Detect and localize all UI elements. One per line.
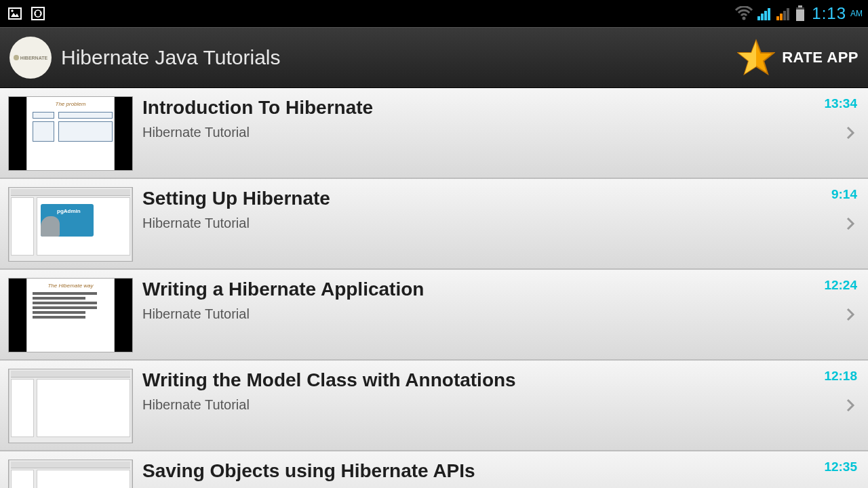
video-thumbnail xyxy=(8,460,133,488)
app-logo-text: HIBERNATE xyxy=(20,56,47,60)
list-item[interactable]: Writing the Model Class with Annotations… xyxy=(0,361,868,451)
video-duration: 12:24 xyxy=(824,278,857,293)
video-duration: 13:34 xyxy=(824,96,857,111)
video-subtitle: Hibernate Tutorial xyxy=(142,216,822,231)
wifi-icon xyxy=(734,4,753,23)
chevron-right-icon xyxy=(844,126,857,140)
gallery-icon xyxy=(5,4,24,23)
video-title: Setting Up Hibernate xyxy=(142,187,822,210)
clock-ampm: AM xyxy=(849,9,863,18)
svg-rect-11 xyxy=(783,11,786,20)
sync-icon xyxy=(28,4,47,23)
clock-time: 1:13 xyxy=(809,4,846,23)
svg-rect-0 xyxy=(9,8,21,19)
app-title: Hibernate Java Tutorials xyxy=(61,46,281,69)
video-title: Writing a Hibernate Application xyxy=(142,278,814,301)
app-logo: HIBERNATE xyxy=(9,37,52,79)
chevron-right-icon xyxy=(844,217,857,230)
svg-rect-8 xyxy=(768,8,770,20)
video-subtitle: Hibernate Tutorial xyxy=(142,306,814,322)
svg-rect-15 xyxy=(796,9,804,21)
list-item[interactable]: Saving Objects using Hibernate APIs Hibe… xyxy=(0,451,868,488)
signal-2-icon xyxy=(775,4,791,23)
video-title: Saving Objects using Hibernate APIs xyxy=(142,460,814,483)
svg-marker-1 xyxy=(11,13,19,17)
list-item[interactable]: The problem Introduction To Hibernate Hi… xyxy=(0,88,868,179)
rate-app-label: RATE APP xyxy=(782,49,859,66)
video-duration: 12:18 xyxy=(824,369,857,384)
video-subtitle: Hibernate Tutorial xyxy=(142,397,814,413)
video-subtitle: Hibernate Tutorial xyxy=(142,125,814,140)
svg-point-4 xyxy=(743,17,746,20)
star-icon xyxy=(737,39,775,77)
svg-rect-7 xyxy=(764,11,767,20)
video-thumbnail: The Hibernate way xyxy=(8,278,133,352)
status-bar: 1:13 AM xyxy=(0,0,868,27)
video-thumbnail xyxy=(8,187,133,262)
video-thumbnail xyxy=(8,369,133,443)
video-title: Writing the Model Class with Annotations xyxy=(142,369,814,392)
rate-app-button[interactable]: RATE APP xyxy=(737,39,859,77)
video-list[interactable]: The problem Introduction To Hibernate Hi… xyxy=(0,88,868,488)
svg-point-2 xyxy=(11,9,13,12)
svg-rect-5 xyxy=(757,16,760,20)
video-duration: 9:14 xyxy=(831,187,857,202)
svg-rect-9 xyxy=(776,16,779,20)
svg-rect-12 xyxy=(787,8,789,20)
signal-1-icon xyxy=(756,4,772,23)
svg-rect-10 xyxy=(780,14,783,20)
svg-rect-6 xyxy=(761,14,764,20)
chevron-right-icon xyxy=(844,399,857,412)
chevron-right-icon xyxy=(844,308,857,321)
battery-icon xyxy=(794,4,806,23)
svg-rect-13 xyxy=(798,5,802,7)
video-thumbnail: The problem xyxy=(8,96,133,171)
app-bar: HIBERNATE Hibernate Java Tutorials RATE … xyxy=(0,27,868,88)
list-item[interactable]: The Hibernate way Writing a Hibernate Ap… xyxy=(0,270,868,361)
list-item[interactable]: Setting Up Hibernate Hibernate Tutorial … xyxy=(0,179,868,270)
video-title: Introduction To Hibernate xyxy=(142,96,814,119)
video-duration: 12:35 xyxy=(824,460,857,474)
svg-rect-3 xyxy=(32,7,44,20)
